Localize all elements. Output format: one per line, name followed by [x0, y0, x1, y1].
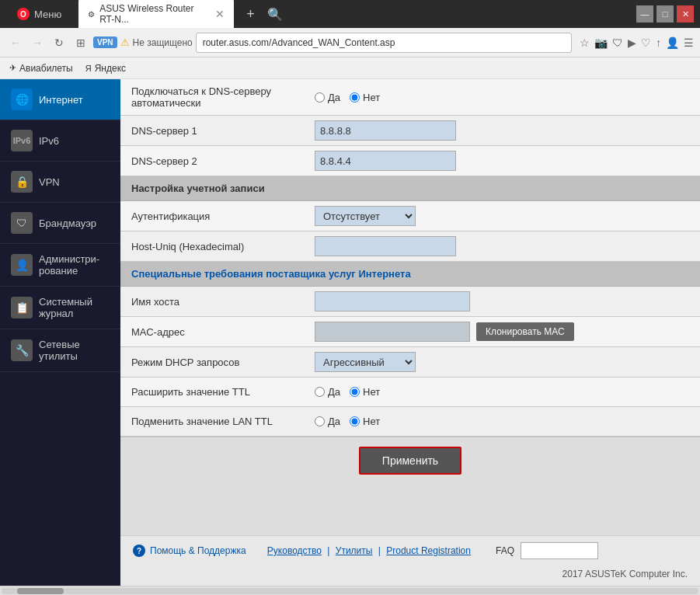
heart-icon[interactable]: ♡ [641, 37, 651, 49]
hostname-label: Имя хоста [120, 290, 307, 314]
back-button[interactable]: ← [6, 33, 25, 52]
footer-product-reg-link[interactable]: Product Registration [386, 545, 471, 556]
dns-auto-no[interactable]: Нет [350, 92, 380, 103]
sidebar-item-syslog[interactable]: 📋 Системный журнал [0, 287, 120, 329]
sidebar-label-netutils: Сетевые утилиты [39, 339, 110, 362]
menu-icon[interactable]: ☰ [684, 37, 694, 49]
dns-auto-no-radio[interactable] [350, 92, 360, 103]
sidebar: 🌐 Интернет IPv6 IPv6 🔒 VPN 🛡 Брандмауэр … [0, 79, 120, 586]
sidebar-label-ipv6: IPv6 [39, 135, 59, 147]
bookmark-yandex[interactable]: Я Яндекс [85, 63, 126, 74]
bookmark-aviabilety[interactable]: ✈ Авиабилеты [9, 63, 73, 74]
bookmark-icon-1: ✈ [9, 63, 16, 73]
footer-faq-label: FAQ [496, 545, 514, 556]
help-icon: ? [133, 545, 145, 557]
ttl-extend-yes-radio[interactable] [315, 387, 325, 397]
bookmark-star-icon[interactable]: ☆ [580, 37, 590, 49]
tab-close-button[interactable]: ✕ [215, 8, 225, 20]
dns1-label: DNS-сервер 1 [120, 119, 307, 143]
dns-auto-yes-radio[interactable] [315, 92, 325, 103]
lan-ttl-radio: Да Нет [315, 416, 692, 427]
sidebar-item-netutils[interactable]: 🔧 Сетевые утилиты [0, 329, 120, 372]
lan-ttl-no-radio[interactable] [350, 416, 360, 426]
title-bar: O Меню ⚙ ASUS Wireless Router RT-N... ✕ … [0, 0, 700, 28]
bookmark-icon-2: Я [85, 64, 92, 73]
dns-auto-yes[interactable]: Да [315, 92, 340, 103]
sidebar-item-internet[interactable]: 🌐 Интернет [0, 79, 120, 120]
dhcp-value: Агрессивный [307, 347, 700, 377]
footer-utils-link[interactable]: Утилиты [336, 545, 373, 556]
sidebar-item-firewall[interactable]: 🛡 Брандмауэр [0, 203, 120, 244]
forward-button[interactable]: → [28, 33, 47, 52]
ttl-extend-yes[interactable]: Да [315, 386, 340, 398]
apply-button[interactable]: Применить [359, 447, 461, 475]
footer-help-label: Помощь & Поддержка [150, 545, 246, 556]
ttl-extend-radio: Да Нет [315, 386, 692, 398]
auth-label: Аутентификация [120, 204, 307, 228]
dns-auto-label: Подключаться к DNS-серверу автоматически [120, 79, 307, 115]
refresh-button[interactable]: ↻ [50, 33, 68, 52]
apps-button[interactable]: ⊞ [71, 33, 90, 52]
ttl-extend-label: Расширить значение TTL [120, 380, 307, 404]
ttl-extend-row: Расширить значение TTL Да Нет [120, 378, 700, 407]
lan-ttl-value: Да Нет [307, 411, 700, 432]
tab-active[interactable]: ⚙ ASUS Wireless Router RT-N... ✕ [78, 0, 234, 30]
share-icon[interactable]: ↑ [656, 37, 661, 49]
sidebar-item-vpn[interactable]: 🔒 VPN [0, 162, 120, 203]
camera-icon[interactable]: 📷 [594, 37, 608, 49]
minimize-button[interactable]: — [636, 5, 653, 23]
tab-opera-label: Меню [34, 9, 61, 20]
footer-links: ? Помощь & Поддержка Руководство | Утили… [120, 536, 700, 565]
sidebar-item-ipv6[interactable]: IPv6 IPv6 [0, 120, 120, 162]
scrollbar-thumb[interactable] [17, 588, 64, 594]
dns1-input[interactable] [315, 120, 456, 141]
footer-copyright: 2017 ASUSTeK Computer Inc. [120, 565, 700, 586]
tab-add-button[interactable]: + [240, 6, 261, 23]
sidebar-label-internet: Интернет [39, 94, 83, 106]
address-bar[interactable]: router.asus.com/Advanced_WAN_Content.asp [196, 33, 572, 53]
clone-mac-button[interactable]: Клонировать МАС [476, 322, 574, 341]
dns1-row: DNS-сервер 1 [120, 116, 700, 146]
address-text: router.asus.com/Advanced_WAN_Content.asp [203, 37, 395, 48]
netutils-icon: 🔧 [11, 339, 33, 361]
tab-opera[interactable]: O Меню [6, 3, 72, 25]
dhcp-row: Режим DHCP запросов Агрессивный [120, 347, 700, 378]
auth-dropdown[interactable]: Отсутствует [315, 206, 416, 226]
play-icon[interactable]: ▶ [628, 37, 636, 49]
dhcp-dropdown[interactable]: Агрессивный [315, 352, 416, 372]
shield-icon[interactable]: 🛡 [612, 37, 623, 49]
lan-ttl-yes[interactable]: Да [315, 416, 340, 427]
lan-ttl-no[interactable]: Нет [350, 416, 380, 427]
hostname-input[interactable] [315, 291, 470, 311]
mac-value: Клонировать МАС [307, 317, 700, 346]
content-area: 🌐 Интернет IPv6 IPv6 🔒 VPN 🛡 Брандмауэр … [0, 79, 700, 586]
copyright-text: 2017 ASUSTeK Computer Inc. [562, 569, 688, 579]
close-button[interactable]: ✕ [677, 5, 694, 23]
nav-icons: ☆ 📷 🛡 ▶ ♡ ↑ 👤 ☰ [580, 37, 694, 49]
vpn-badge: VPN [93, 37, 117, 48]
sidebar-item-admin[interactable]: 👤 Администри-рование [0, 244, 120, 287]
sidebar-label-firewall: Брандмауэр [39, 217, 96, 229]
dns2-input[interactable] [315, 151, 456, 171]
isp-section-header: Специальные требования поставщика услуг … [120, 262, 700, 287]
apply-area: Применить [120, 437, 700, 484]
browser-frame: O Меню ⚙ ASUS Wireless Router RT-N... ✕ … [0, 0, 700, 595]
lan-ttl-yes-radio[interactable] [315, 416, 325, 426]
isp-section-title: Специальные требования поставщика услуг … [131, 268, 411, 280]
profile-icon[interactable]: 👤 [666, 37, 679, 49]
maximize-button[interactable]: □ [656, 5, 674, 23]
footer-faq-input[interactable] [521, 542, 598, 559]
footer-manual-link[interactable]: Руководство [267, 545, 322, 556]
hostuniq-input[interactable] [315, 236, 456, 256]
mac-input[interactable] [315, 322, 470, 342]
dhcp-label: Режим DHCP запросов [120, 350, 307, 374]
footer-sep-2: | [327, 545, 332, 556]
bookmark-label-1: Авиабилеты [19, 63, 73, 74]
ttl-extend-no[interactable]: Нет [350, 386, 380, 398]
ttl-extend-no-radio[interactable] [350, 387, 360, 397]
browser-scrollbar[interactable] [0, 586, 700, 595]
account-section-title: Настройка учетной записи [131, 183, 265, 194]
search-icon[interactable]: 🔍 [267, 7, 283, 22]
footer-help-link[interactable]: ? Помощь & Поддержка [133, 545, 246, 557]
hostuniq-value [307, 231, 700, 261]
